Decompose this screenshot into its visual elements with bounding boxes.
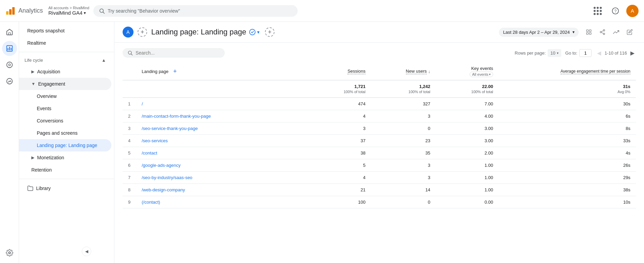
svg-point-13 bbox=[9, 64, 11, 66]
cell-key-events: 3.00 bbox=[436, 135, 499, 147]
th-key-events[interactable]: Key events All events ▾ bbox=[436, 63, 499, 80]
svg-rect-0 bbox=[6, 11, 9, 15]
cell-page[interactable]: / bbox=[136, 98, 311, 110]
rows-per-page-value: 10 bbox=[550, 50, 555, 56]
th-landing-page[interactable]: Landing page + bbox=[136, 63, 311, 80]
add-comparison-button[interactable]: + bbox=[265, 27, 274, 37]
table-search-input[interactable] bbox=[136, 50, 210, 56]
customize-report-button[interactable] bbox=[583, 26, 595, 38]
table-row: 8 /web-design-company 21 14 1.00 38s bbox=[123, 184, 636, 196]
sidebar-item-library[interactable]: Library bbox=[19, 182, 111, 195]
date-range-selector[interactable]: Last 28 days Apr 2 – Apr 29, 2024 ▾ bbox=[499, 28, 579, 37]
table-row: 5 /contact 38 35 2.00 4s bbox=[123, 147, 636, 159]
sidebar-item-acquisition[interactable]: ▶ Acquisition bbox=[19, 65, 111, 78]
next-page-button[interactable]: ▶ bbox=[629, 48, 636, 58]
cell-page[interactable]: /google-ads-agency bbox=[136, 159, 311, 172]
sidebar-item-conversions[interactable]: Conversions bbox=[19, 115, 111, 127]
add-column-button[interactable]: + bbox=[171, 68, 179, 75]
sidebar-icon-advertising[interactable] bbox=[2, 74, 17, 89]
sidebar-item-engagement[interactable]: ▼ Engagement bbox=[19, 78, 111, 90]
sidebar-item-events[interactable]: Events bbox=[19, 102, 111, 115]
table-totals-row: 1,721 100% of total 1,242 100% of total bbox=[123, 80, 636, 98]
all-events-filter[interactable]: All events ▾ bbox=[470, 72, 493, 77]
svg-rect-7 bbox=[9, 33, 11, 35]
add-segment-button[interactable]: + bbox=[138, 27, 147, 37]
help-button[interactable]: ? bbox=[609, 4, 622, 18]
cell-page[interactable]: /seo-by-industry/saas-seo bbox=[136, 172, 311, 184]
insights-button[interactable] bbox=[610, 26, 622, 38]
svg-rect-19 bbox=[586, 33, 588, 34]
th-avg-engagement[interactable]: Average engagement time per session bbox=[499, 63, 636, 80]
cell-page[interactable]: /web-design-company bbox=[136, 184, 311, 196]
chevron-right-icon-2: ▶ bbox=[31, 155, 34, 160]
chevron-up-icon: ▲ bbox=[101, 58, 106, 63]
cell-sessions: 3 bbox=[311, 122, 371, 135]
cell-page[interactable]: /contact bbox=[136, 147, 311, 159]
sidebar-item-pages-screens[interactable]: Pages and screens bbox=[19, 127, 111, 139]
cell-page[interactable]: /main-contact-form-thank-you-page bbox=[136, 110, 311, 122]
share-button[interactable] bbox=[596, 26, 609, 38]
cell-new-users: 327 bbox=[371, 98, 436, 110]
svg-line-24 bbox=[601, 32, 603, 33]
user-avatar[interactable]: A bbox=[626, 5, 639, 17]
global-search[interactable]: Try searching "Behavior overview" bbox=[93, 5, 298, 17]
sidebar-icon-home[interactable] bbox=[2, 25, 17, 40]
sidebar-item-retention[interactable]: Retention bbox=[19, 164, 111, 176]
content-header: A + Landing page: Landing page ▾ + Last … bbox=[114, 22, 644, 43]
cell-page[interactable]: /seo-services bbox=[136, 135, 311, 147]
sidebar-item-reports-snapshot[interactable]: Reports snapshot bbox=[19, 25, 111, 37]
sidebar-item-monetization[interactable]: ▶ Monetization bbox=[19, 151, 111, 164]
content-area: A + Landing page: Landing page ▾ + Last … bbox=[114, 22, 644, 263]
cell-row-num: 2 bbox=[123, 110, 136, 122]
prev-page-button[interactable]: ◀ bbox=[596, 48, 602, 58]
rows-per-page-select[interactable]: 10 ▾ bbox=[548, 49, 561, 57]
table-row: 4 /seo-services 37 23 3.00 33s bbox=[123, 135, 636, 147]
cell-key-events: 2.00 bbox=[436, 147, 499, 159]
cell-new-users: 0 bbox=[371, 122, 436, 135]
nav-sidebar: Reports snapshot Realtime Life cycle ▲ ▶… bbox=[19, 22, 114, 263]
totals-new-users: 1,242 100% of total bbox=[371, 80, 436, 98]
totals-key-events: 22.00 100% of total bbox=[436, 80, 499, 98]
th-new-users[interactable]: New users ↓ bbox=[371, 63, 436, 80]
svg-point-22 bbox=[600, 31, 602, 33]
cell-new-users: 35 bbox=[371, 147, 436, 159]
edit-button[interactable] bbox=[624, 26, 636, 38]
cell-page[interactable]: /seo-service-thank-you-page bbox=[136, 122, 311, 135]
cell-avg-engagement: 8s bbox=[499, 122, 636, 135]
go-to-label: Go to: bbox=[565, 50, 577, 56]
cell-avg-engagement: 4s bbox=[499, 147, 636, 159]
cell-row-num: 9 bbox=[123, 196, 136, 208]
cell-new-users: 3 bbox=[371, 172, 436, 184]
sidebar-item-overview[interactable]: Overview bbox=[19, 90, 111, 102]
cell-avg-engagement: 38s bbox=[499, 184, 636, 196]
sidebar-section-lifecycle[interactable]: Life cycle ▲ bbox=[19, 55, 111, 65]
cell-key-events: 1.00 bbox=[436, 184, 499, 196]
svg-point-16 bbox=[250, 29, 255, 35]
sidebar-icon-explore[interactable] bbox=[2, 57, 17, 72]
account-selector[interactable]: All accounts > RivalMind RivalMind GA4 ▾ bbox=[48, 6, 89, 16]
table-search[interactable] bbox=[123, 48, 225, 58]
cell-page[interactable]: (/contact) bbox=[136, 196, 311, 208]
table-header-row: Landing page + Sessions New users bbox=[123, 63, 636, 80]
go-to-input[interactable] bbox=[579, 49, 592, 57]
svg-line-4 bbox=[103, 12, 105, 13]
sidebar-collapse-button[interactable]: ◀ bbox=[82, 247, 91, 256]
collapse-icon: ◀ bbox=[85, 249, 88, 254]
cell-key-events: 1.00 bbox=[436, 172, 499, 184]
table-row: 3 /seo-service-thank-you-page 3 0 3.00 8… bbox=[123, 122, 636, 135]
sidebar-icon-reports[interactable] bbox=[2, 41, 17, 56]
sidebar-item-realtime[interactable]: Realtime bbox=[19, 37, 111, 49]
account-name[interactable]: RivalMind GA4 ▾ bbox=[48, 10, 89, 16]
sidebar-item-landing-page[interactable]: Landing page: Landing page bbox=[19, 139, 111, 151]
analytics-logo-icon bbox=[5, 6, 16, 16]
grid-dots-icon bbox=[594, 7, 602, 15]
chevron-down-page-icon[interactable]: ▾ bbox=[257, 29, 260, 35]
sidebar-icon-settings[interactable] bbox=[2, 245, 17, 260]
cell-sessions: 37 bbox=[311, 135, 371, 147]
th-sessions[interactable]: Sessions bbox=[311, 63, 371, 80]
rows-per-page-label: Rows per page: bbox=[515, 50, 546, 56]
apps-button[interactable] bbox=[591, 4, 604, 18]
rows-per-page-control: Rows per page: 10 ▾ bbox=[515, 49, 561, 57]
cell-new-users: 23 bbox=[371, 135, 436, 147]
svg-rect-20 bbox=[590, 33, 591, 34]
